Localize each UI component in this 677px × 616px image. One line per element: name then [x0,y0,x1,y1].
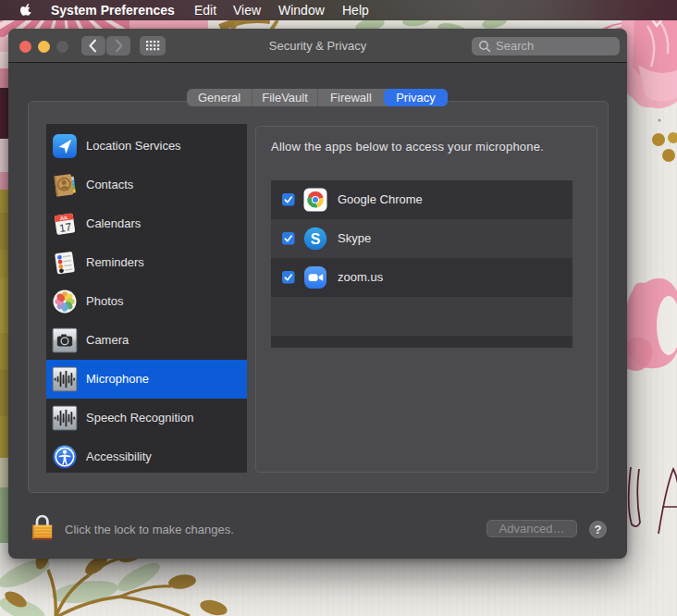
svg-text:17: 17 [58,220,72,235]
svg-text:S: S [311,231,321,247]
